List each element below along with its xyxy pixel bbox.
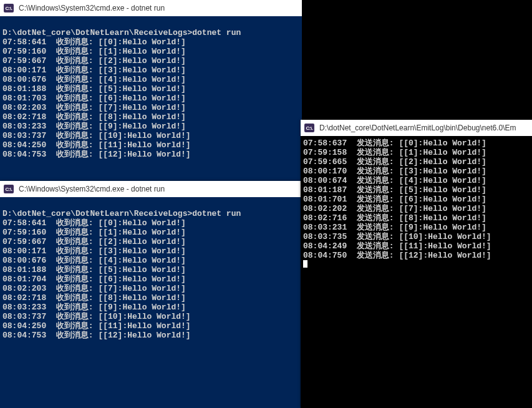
cmd-icon: C:\. <box>304 124 314 132</box>
titlebar[interactable]: C:\. C:\Windows\System32\cmd.exe - dotne… <box>0 0 302 16</box>
window-title: C:\Windows\System32\cmd.exe - dotnet run <box>19 185 165 193</box>
emit-log-window[interactable]: C:\. D:\dotNet_core\DotNetLearn\EmitLog\… <box>301 120 532 408</box>
receive-logs-window-1[interactable]: C:\. C:\Windows\System32\cmd.exe - dotne… <box>0 0 302 182</box>
cmd-icon: C:\. <box>4 4 14 12</box>
receive-logs-window-2[interactable]: C:\. C:\Windows\System32\cmd.exe - dotne… <box>0 181 302 408</box>
titlebar[interactable]: C:\. D:\dotNet_core\DotNetLearn\EmitLog\… <box>301 120 532 136</box>
window-title: D:\dotNet_core\DotNetLearn\EmitLog\bin\D… <box>319 124 516 132</box>
cursor <box>303 260 307 268</box>
cmd-icon: C:\. <box>4 185 14 193</box>
terminal-output[interactable]: 07:58:637 发送消息: [[0]:Hello World!] 07:59… <box>301 136 532 408</box>
terminal-output[interactable]: D:\dotNet_core\DotNetLearn\ReceiveLogs>d… <box>0 16 302 182</box>
titlebar[interactable]: C:\. C:\Windows\System32\cmd.exe - dotne… <box>0 181 302 197</box>
window-title: C:\Windows\System32\cmd.exe - dotnet run <box>19 4 165 12</box>
terminal-output[interactable]: D:\dotNet_core\DotNetLearn\ReceiveLogs>d… <box>0 197 302 408</box>
